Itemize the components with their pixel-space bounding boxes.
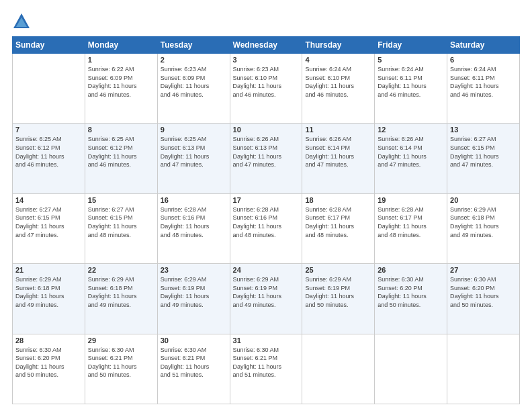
day-info: Sunrise: 6:28 AM Sunset: 6:17 PM Dayligh… [305, 205, 371, 239]
calendar-cell: 13Sunrise: 6:27 AM Sunset: 6:15 PM Dayli… [447, 124, 520, 193]
calendar-week-row: 21Sunrise: 6:29 AM Sunset: 6:18 PM Dayli… [13, 264, 520, 334]
calendar-cell: 18Sunrise: 6:28 AM Sunset: 6:17 PM Dayli… [302, 193, 375, 263]
day-number: 31 [233, 336, 300, 345]
day-number: 24 [233, 266, 300, 274]
day-info: Sunrise: 6:24 AM Sunset: 6:10 PM Dayligh… [305, 65, 371, 99]
day-number: 19 [378, 196, 444, 204]
calendar-cell [302, 334, 375, 404]
calendar-cell: 27Sunrise: 6:30 AM Sunset: 6:20 PM Dayli… [447, 264, 520, 334]
calendar-cell: 5Sunrise: 6:24 AM Sunset: 6:11 PM Daylig… [375, 54, 447, 124]
day-info: Sunrise: 6:29 AM Sunset: 6:19 PM Dayligh… [161, 275, 227, 309]
weekday-header-wednesday: Wednesday [230, 37, 302, 54]
calendar-week-row: 28Sunrise: 6:30 AM Sunset: 6:20 PM Dayli… [13, 334, 520, 404]
calendar-cell: 12Sunrise: 6:26 AM Sunset: 6:14 PM Dayli… [375, 124, 447, 193]
weekday-header-thursday: Thursday [302, 37, 375, 54]
day-number: 23 [161, 266, 227, 274]
day-info: Sunrise: 6:28 AM Sunset: 6:17 PM Dayligh… [378, 205, 444, 239]
calendar-cell: 9Sunrise: 6:25 AM Sunset: 6:13 PM Daylig… [157, 124, 230, 193]
day-number: 12 [378, 126, 444, 134]
day-info: Sunrise: 6:29 AM Sunset: 6:19 PM Dayligh… [305, 275, 371, 309]
calendar-cell: 30Sunrise: 6:30 AM Sunset: 6:21 PM Dayli… [157, 334, 230, 404]
day-info: Sunrise: 6:30 AM Sunset: 6:20 PM Dayligh… [450, 275, 517, 309]
day-number: 14 [15, 196, 82, 204]
day-info: Sunrise: 6:28 AM Sunset: 6:16 PM Dayligh… [161, 205, 227, 239]
weekday-header-monday: Monday [85, 37, 157, 54]
day-info: Sunrise: 6:30 AM Sunset: 6:21 PM Dayligh… [161, 346, 227, 379]
day-info: Sunrise: 6:25 AM Sunset: 6:13 PM Dayligh… [161, 135, 227, 169]
calendar-table: SundayMondayTuesdayWednesdayThursdayFrid… [12, 36, 520, 404]
calendar-cell [375, 334, 447, 404]
day-number: 29 [88, 336, 154, 345]
day-number: 10 [233, 126, 300, 134]
day-info: Sunrise: 6:28 AM Sunset: 6:16 PM Dayligh… [233, 205, 300, 239]
day-info: Sunrise: 6:30 AM Sunset: 6:21 PM Dayligh… [88, 346, 154, 379]
day-number: 17 [233, 196, 300, 204]
day-number: 27 [450, 266, 517, 274]
day-number: 7 [15, 126, 82, 134]
calendar-week-row: 14Sunrise: 6:27 AM Sunset: 6:15 PM Dayli… [13, 193, 520, 263]
calendar-cell: 4Sunrise: 6:24 AM Sunset: 6:10 PM Daylig… [302, 54, 375, 124]
calendar-cell: 24Sunrise: 6:29 AM Sunset: 6:19 PM Dayli… [230, 264, 302, 334]
calendar-cell [13, 54, 85, 124]
weekday-header-saturday: Saturday [447, 37, 520, 54]
calendar-cell: 20Sunrise: 6:29 AM Sunset: 6:18 PM Dayli… [447, 193, 520, 263]
day-info: Sunrise: 6:22 AM Sunset: 6:09 PM Dayligh… [88, 65, 154, 99]
calendar-cell: 1Sunrise: 6:22 AM Sunset: 6:09 PM Daylig… [85, 54, 157, 124]
day-number: 9 [161, 126, 227, 134]
day-info: Sunrise: 6:23 AM Sunset: 6:09 PM Dayligh… [161, 65, 227, 99]
calendar-cell [447, 334, 520, 404]
day-number: 22 [88, 266, 154, 274]
weekday-header-row: SundayMondayTuesdayWednesdayThursdayFrid… [13, 37, 520, 54]
day-number: 20 [450, 196, 517, 204]
calendar-cell: 3Sunrise: 6:23 AM Sunset: 6:10 PM Daylig… [230, 54, 302, 124]
calendar-cell: 17Sunrise: 6:28 AM Sunset: 6:16 PM Dayli… [230, 193, 302, 263]
calendar-week-row: 7Sunrise: 6:25 AM Sunset: 6:12 PM Daylig… [13, 124, 520, 193]
calendar-cell: 7Sunrise: 6:25 AM Sunset: 6:12 PM Daylig… [13, 124, 85, 193]
day-info: Sunrise: 6:24 AM Sunset: 6:11 PM Dayligh… [450, 65, 517, 99]
calendar-cell: 29Sunrise: 6:30 AM Sunset: 6:21 PM Dayli… [85, 334, 157, 404]
calendar-cell: 10Sunrise: 6:26 AM Sunset: 6:13 PM Dayli… [230, 124, 302, 193]
header [12, 12, 520, 31]
calendar-cell: 2Sunrise: 6:23 AM Sunset: 6:09 PM Daylig… [157, 54, 230, 124]
calendar-cell: 6Sunrise: 6:24 AM Sunset: 6:11 PM Daylig… [447, 54, 520, 124]
day-info: Sunrise: 6:27 AM Sunset: 6:15 PM Dayligh… [15, 205, 82, 239]
day-info: Sunrise: 6:29 AM Sunset: 6:18 PM Dayligh… [15, 275, 82, 309]
day-number: 26 [378, 266, 444, 274]
weekday-header-friday: Friday [375, 37, 447, 54]
day-info: Sunrise: 6:25 AM Sunset: 6:12 PM Dayligh… [15, 135, 82, 169]
page: SundayMondayTuesdayWednesdayThursdayFrid… [0, 0, 532, 411]
day-info: Sunrise: 6:29 AM Sunset: 6:19 PM Dayligh… [233, 275, 300, 309]
day-info: Sunrise: 6:27 AM Sunset: 6:15 PM Dayligh… [450, 135, 517, 169]
calendar-cell: 31Sunrise: 6:30 AM Sunset: 6:21 PM Dayli… [230, 334, 302, 404]
day-number: 15 [88, 196, 154, 204]
calendar-week-row: 1Sunrise: 6:22 AM Sunset: 6:09 PM Daylig… [13, 54, 520, 124]
day-number: 2 [161, 56, 227, 64]
day-info: Sunrise: 6:26 AM Sunset: 6:14 PM Dayligh… [305, 135, 371, 169]
calendar-cell: 26Sunrise: 6:30 AM Sunset: 6:20 PM Dayli… [375, 264, 447, 334]
logo-icon [12, 12, 31, 31]
calendar-cell: 22Sunrise: 6:29 AM Sunset: 6:18 PM Dayli… [85, 264, 157, 334]
calendar-cell: 19Sunrise: 6:28 AM Sunset: 6:17 PM Dayli… [375, 193, 447, 263]
day-number: 8 [88, 126, 154, 134]
day-info: Sunrise: 6:30 AM Sunset: 6:21 PM Dayligh… [233, 346, 300, 379]
day-info: Sunrise: 6:26 AM Sunset: 6:13 PM Dayligh… [233, 135, 300, 169]
day-number: 30 [161, 336, 227, 345]
calendar-cell: 25Sunrise: 6:29 AM Sunset: 6:19 PM Dayli… [302, 264, 375, 334]
day-info: Sunrise: 6:29 AM Sunset: 6:18 PM Dayligh… [450, 205, 517, 239]
day-number: 3 [233, 56, 300, 64]
day-number: 5 [378, 56, 444, 64]
calendar-cell: 21Sunrise: 6:29 AM Sunset: 6:18 PM Dayli… [13, 264, 85, 334]
logo [12, 12, 34, 31]
day-number: 11 [305, 126, 371, 134]
weekday-header-sunday: Sunday [13, 37, 85, 54]
day-number: 4 [305, 56, 371, 64]
calendar-cell: 28Sunrise: 6:30 AM Sunset: 6:20 PM Dayli… [13, 334, 85, 404]
day-info: Sunrise: 6:26 AM Sunset: 6:14 PM Dayligh… [378, 135, 444, 169]
day-info: Sunrise: 6:25 AM Sunset: 6:12 PM Dayligh… [88, 135, 154, 169]
calendar-cell: 14Sunrise: 6:27 AM Sunset: 6:15 PM Dayli… [13, 193, 85, 263]
calendar-cell: 15Sunrise: 6:27 AM Sunset: 6:15 PM Dayli… [85, 193, 157, 263]
calendar-cell: 11Sunrise: 6:26 AM Sunset: 6:14 PM Dayli… [302, 124, 375, 193]
day-info: Sunrise: 6:24 AM Sunset: 6:11 PM Dayligh… [378, 65, 444, 99]
day-number: 1 [88, 56, 154, 64]
day-number: 16 [161, 196, 227, 204]
